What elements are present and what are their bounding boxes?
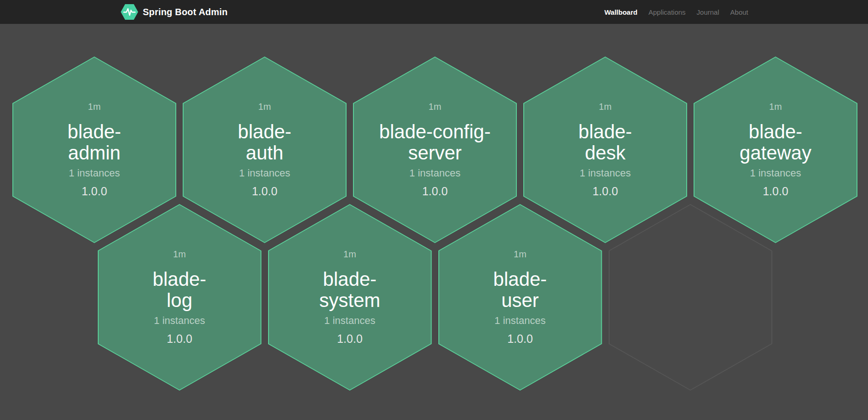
nav-item-journal[interactable]: Journal [697, 8, 719, 16]
empty-hexagon-body [610, 205, 772, 390]
application-hexagon-blade-admin[interactable]: 1mblade-admin1 instances1.0.0 [12, 57, 176, 243]
application-name-line: admin [67, 142, 121, 164]
application-hexagon-blade-user[interactable]: 1mblade-user1 instances1.0.0 [438, 204, 602, 391]
uptime-label: 1m [88, 100, 101, 113]
instances-label: 1 instances [324, 314, 375, 328]
uptime-label: 1m [514, 248, 526, 261]
version-label: 1.0.0 [167, 331, 192, 346]
application-name: blade-desk [578, 121, 632, 164]
application-name-line: blade- [578, 121, 632, 142]
application-name-line: server [379, 142, 491, 164]
nav-item-applications[interactable]: Applications [649, 8, 686, 16]
version-label: 1.0.0 [337, 331, 363, 346]
nav-item-wallboard[interactable]: Wallboard [605, 8, 638, 16]
version-label: 1.0.0 [252, 184, 278, 199]
instances-label: 1 instances [239, 166, 290, 180]
hexagon-body: 1mblade-desk1 instances1.0.0 [524, 57, 686, 242]
hexagon-body: 1mblade-user1 instances1.0.0 [439, 205, 601, 390]
application-name-line: auth [238, 142, 291, 164]
application-name-line: log [153, 290, 207, 311]
spring-boot-admin-logo-icon [121, 4, 138, 20]
application-hexagon-blade-auth[interactable]: 1mblade-auth1 instances1.0.0 [183, 57, 347, 243]
application-name-line: blade- [319, 269, 380, 290]
application-name-line: user [493, 290, 547, 311]
application-name-line: system [319, 290, 380, 311]
instances-label: 1 instances [750, 166, 801, 180]
version-label: 1.0.0 [593, 184, 618, 199]
hexagon-body: 1mblade-gateway1 instances1.0.0 [694, 57, 857, 242]
uptime-label: 1m [258, 100, 271, 113]
application-name-line: gateway [739, 142, 811, 164]
application-name-line: blade- [67, 121, 121, 142]
wallboard: 1mblade-admin1 instances1.0.01mblade-aut… [0, 24, 868, 420]
instances-label: 1 instances [154, 314, 205, 328]
brand-title: Spring Boot Admin [143, 7, 228, 17]
application-hexagon-blade-desk[interactable]: 1mblade-desk1 instances1.0.0 [523, 57, 687, 243]
instances-label: 1 instances [494, 314, 545, 328]
version-label: 1.0.0 [422, 184, 448, 199]
instances-label: 1 instances [580, 166, 631, 180]
application-hexagon-blade-gateway[interactable]: 1mblade-gateway1 instances1.0.0 [694, 57, 857, 243]
application-hexagon-blade-system[interactable]: 1mblade-system1 instances1.0.0 [268, 204, 432, 391]
application-name: blade-user [493, 269, 547, 311]
empty-hexagon-slot [609, 204, 773, 391]
uptime-label: 1m [173, 248, 186, 261]
application-name: blade-system [319, 269, 380, 311]
hexagon-body: 1mblade-log1 instances1.0.0 [99, 205, 261, 390]
brand[interactable]: Spring Boot Admin [121, 4, 228, 20]
navbar-menu: WallboardApplicationsJournalAbout [594, 8, 748, 16]
application-name-line: blade- [238, 121, 291, 142]
application-name: blade-auth [238, 121, 291, 164]
application-hexagon-blade-config-server[interactable]: 1mblade-config-server1 instances1.0.0 [353, 57, 517, 243]
hexagon-body: 1mblade-auth1 instances1.0.0 [184, 57, 346, 242]
uptime-label: 1m [769, 100, 782, 113]
hexagon-body: 1mblade-admin1 instances1.0.0 [13, 57, 175, 242]
nav-item-about[interactable]: About [730, 8, 748, 16]
instances-label: 1 instances [69, 166, 120, 180]
application-hexagon-blade-log[interactable]: 1mblade-log1 instances1.0.0 [98, 204, 262, 391]
application-name-line: blade- [493, 269, 547, 290]
hexagon-body: 1mblade-system1 instances1.0.0 [269, 205, 431, 390]
navbar: Spring Boot Admin WallboardApplicationsJ… [0, 0, 868, 24]
application-name-line: blade-config- [379, 121, 491, 142]
application-name: blade-gateway [739, 121, 811, 164]
instances-label: 1 instances [409, 166, 460, 180]
version-label: 1.0.0 [507, 331, 533, 346]
application-name-line: blade- [739, 121, 811, 142]
application-name: blade-config-server [379, 121, 491, 164]
hexagon-body: 1mblade-config-server1 instances1.0.0 [354, 57, 516, 242]
version-label: 1.0.0 [763, 184, 789, 199]
application-name-line: desk [578, 142, 632, 164]
application-name: blade-admin [67, 121, 121, 164]
uptime-label: 1m [343, 248, 356, 261]
version-label: 1.0.0 [82, 184, 107, 199]
application-name-line: blade- [153, 269, 207, 290]
application-name: blade-log [153, 269, 207, 311]
uptime-label: 1m [599, 100, 612, 113]
uptime-label: 1m [429, 100, 442, 113]
